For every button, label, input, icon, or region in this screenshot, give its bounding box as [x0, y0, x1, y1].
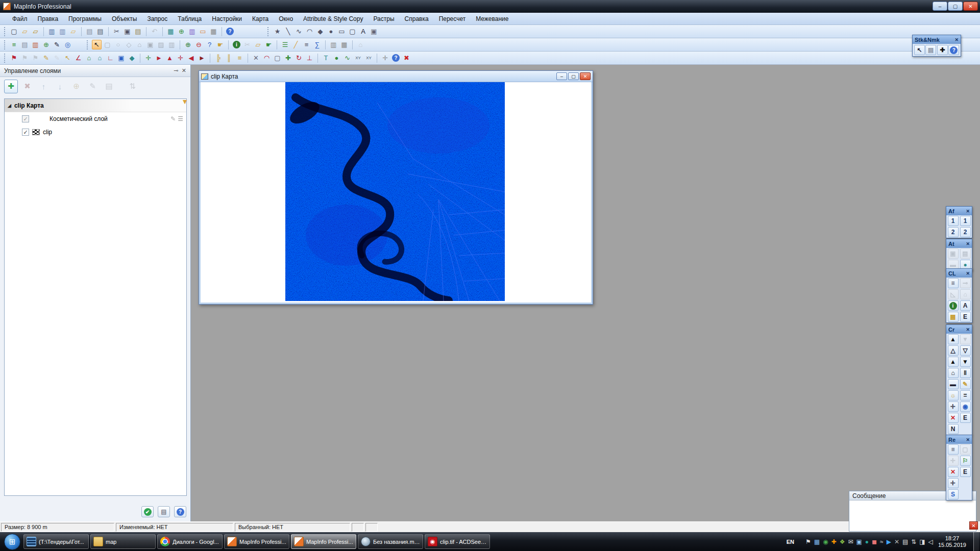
cr-equals-button[interactable]: = — [960, 390, 971, 400]
move-layer-up-button[interactable]: ↑ — [37, 80, 51, 93]
map-window-titlebar[interactable]: clip Карта – ▢ ✕ — [199, 71, 593, 82]
taskbar-mapinfo-active-button[interactable]: MapInfo Professi... — [291, 534, 356, 549]
message-close-button[interactable]: ✕ — [969, 521, 978, 530]
digitizer-pen-icon[interactable]: ✎ — [52, 40, 62, 49]
re-flag-button[interactable]: ⚐ — [960, 456, 971, 466]
open-dbms-icon[interactable]: ▱ — [31, 27, 40, 36]
stk-add-icon[interactable]: ✚ — [937, 45, 948, 55]
save-workspace-icon[interactable]: ▱ — [68, 27, 78, 36]
af-1-left-button[interactable]: 1 — [948, 216, 959, 226]
cr-edit-button[interactable]: ✎ — [960, 379, 971, 389]
menu-настройки[interactable]: Настройки — [207, 14, 247, 24]
taskbar-clock[interactable]: 18:27 15.05.2019 — [933, 535, 971, 548]
re-rect-button[interactable]: ▢ — [960, 444, 971, 455]
arrow-dark-icon[interactable]: ► — [197, 53, 207, 63]
at-paste-button[interactable]: ▤ — [960, 248, 971, 259]
node-square-icon[interactable]: ▣ — [116, 53, 126, 63]
zoom-in-icon[interactable]: ⊕ — [183, 40, 193, 49]
tray-volume-icon[interactable]: ◁ — [928, 538, 933, 545]
at-copy-button[interactable]: ▣ — [948, 248, 959, 259]
show-desktop-button[interactable] — [973, 532, 979, 551]
language-indicator[interactable]: EN — [782, 539, 798, 545]
toolbar-grip[interactable] — [3, 54, 6, 63]
stk-help-icon[interactable]: ? — [948, 45, 959, 55]
boundary-select-icon[interactable]: ⌂ — [135, 40, 144, 49]
open-table-icon[interactable]: ▱ — [20, 27, 30, 36]
re-close-sub-button[interactable]: ✕ — [948, 467, 959, 477]
menu-справка[interactable]: Справка — [400, 14, 434, 24]
taskbar-untitled-button[interactable]: Без названия.mx... — [358, 534, 423, 549]
diamond-tool-icon[interactable]: ◆ — [127, 53, 137, 63]
pin-icon[interactable]: ⊸ — [174, 67, 179, 74]
menu-пересчет[interactable]: Пересчет — [434, 14, 471, 24]
radius-select-icon[interactable]: ○ — [113, 40, 123, 49]
new-graph-icon[interactable]: ▥ — [187, 27, 197, 36]
panel-at-titlebar[interactable]: At✕ — [946, 239, 972, 248]
marquee-select-icon[interactable]: ▢ — [103, 40, 112, 49]
columns-icon[interactable]: ║ — [224, 53, 234, 63]
menu-растры[interactable]: Растры — [368, 14, 399, 24]
af-2-right-button[interactable]: 2 — [960, 227, 971, 237]
panel-help-button[interactable]: ? — [174, 506, 186, 517]
new-layout-icon[interactable]: ▭ — [198, 27, 208, 36]
panel-at-close-icon[interactable]: ✕ — [966, 241, 970, 246]
cr-up-solid-button[interactable]: ▲ — [948, 334, 959, 344]
close-panel-icon[interactable]: ✕ — [182, 67, 186, 74]
set-target-district-icon[interactable]: ▥ — [329, 40, 338, 49]
undo-icon[interactable]: ↶ — [150, 27, 159, 36]
cr-e-button[interactable]: E — [960, 413, 971, 423]
unselect-all-icon[interactable]: ▣ — [145, 40, 155, 49]
tray-doc-icon[interactable]: ▤ — [902, 538, 908, 545]
hotlink-icon[interactable]: ☛ — [264, 40, 274, 49]
menu-межевание[interactable]: Межевание — [471, 14, 513, 24]
rotate-cw-icon[interactable]: ↻ — [294, 53, 304, 63]
run-mapbasic-icon[interactable]: ≡ — [9, 40, 19, 49]
panel-cr-titlebar[interactable]: Cr✕ — [946, 325, 972, 334]
add-node-icon[interactable]: ✚ — [283, 53, 293, 63]
tray-grid-icon[interactable]: ▦ — [814, 538, 820, 545]
select-region-icon[interactable]: ▢ — [273, 53, 282, 63]
edit-layer-icon[interactable]: ✎ — [170, 115, 176, 122]
fence-icon[interactable]: ╠ — [213, 53, 223, 63]
cr-up-button[interactable]: ▲ — [948, 357, 959, 367]
panel-re-close-icon[interactable]: ✕ — [966, 437, 970, 442]
cr-down-grey-button[interactable]: ▼ — [960, 334, 971, 344]
tray-green-icon[interactable]: ◉ — [823, 538, 828, 545]
menu-attribute-&-style-copy[interactable]: Attribute & Style Copy — [298, 14, 368, 24]
ellipse-tool-icon[interactable]: ● — [326, 27, 336, 36]
rectangle-tool-icon[interactable]: ▭ — [337, 27, 347, 36]
polygon-select-icon[interactable]: ◇ — [124, 40, 134, 49]
menu-объекты[interactable]: Объекты — [107, 14, 142, 24]
layer-tree-root-row[interactable]: ◢ clip Карта — [5, 99, 186, 112]
cr-bulb-button[interactable]: ☼ — [948, 390, 959, 400]
af-1-right-button[interactable]: 1 — [960, 216, 971, 226]
menu-окно[interactable]: Окно — [274, 14, 298, 24]
layer-labels-button[interactable]: ▤ — [102, 80, 116, 93]
arc-tool-icon[interactable]: ◠ — [305, 27, 314, 36]
apply-button[interactable]: ✔ — [141, 506, 154, 517]
re-legend-button[interactable]: ≡ — [948, 444, 959, 455]
clip-layer-checkbox[interactable]: ✓ — [22, 129, 29, 136]
legend-icon[interactable]: ≡ — [302, 40, 311, 49]
wrench-icon[interactable]: ✛ — [380, 53, 390, 63]
tray-blue-icon[interactable]: ▣ — [856, 538, 862, 545]
taskbar-explorer-tenders-button[interactable]: (Т:\Тендеры\Гот... — [23, 534, 89, 549]
panel-cr-close-icon[interactable]: ✕ — [966, 327, 970, 332]
cl-shape-button[interactable]: ◺ — [948, 289, 959, 299]
perpendicular-icon[interactable]: ⊥ — [305, 53, 314, 63]
toolbar-grip[interactable] — [266, 27, 270, 36]
toolbar-grip[interactable] — [3, 40, 6, 49]
taskbar-folder-map-button[interactable]: map — [90, 534, 156, 549]
tray-red-icon[interactable]: ◼ — [872, 538, 877, 545]
layer-order-button[interactable]: ⇅ — [126, 80, 139, 93]
web-services-icon[interactable]: ⊕ — [41, 40, 51, 49]
map-maximize-button[interactable]: ▢ — [568, 72, 579, 80]
mapbasic-window-icon[interactable]: ▤ — [20, 40, 30, 49]
cr-down-outline-button[interactable]: ▽ — [960, 345, 971, 356]
maximize-button[interactable]: ▢ — [948, 2, 963, 11]
graph-select-icon[interactable]: ▥ — [167, 40, 177, 49]
remove-layer-button[interactable]: ✖ — [20, 80, 34, 93]
clip-region-icon[interactable]: ✂ — [242, 40, 252, 49]
add-layer-button[interactable]: ✚ — [4, 80, 18, 93]
target-cross-icon[interactable]: ✛ — [176, 53, 185, 63]
